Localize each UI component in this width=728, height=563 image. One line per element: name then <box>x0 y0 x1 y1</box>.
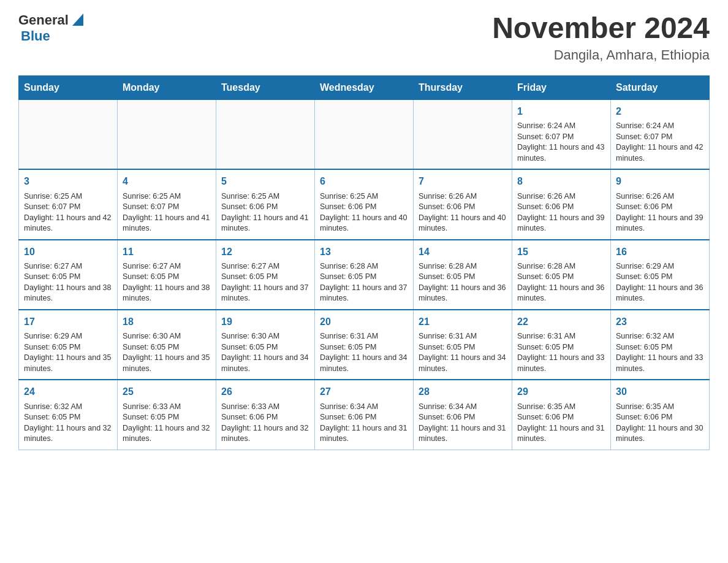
day-info: Sunrise: 6:28 AMSunset: 6:05 PMDaylight:… <box>320 261 408 304</box>
weekday-header-friday: Friday <box>512 75 611 99</box>
calendar-week-row-3: 10Sunrise: 6:27 AMSunset: 6:05 PMDayligh… <box>19 240 710 310</box>
day-number: 28 <box>419 385 507 399</box>
calendar-cell: 28Sunrise: 6:34 AMSunset: 6:06 PMDayligh… <box>414 380 512 450</box>
calendar-cell: 27Sunrise: 6:34 AMSunset: 6:06 PMDayligh… <box>315 380 414 450</box>
calendar-cell: 7Sunrise: 6:26 AMSunset: 6:06 PMDaylight… <box>414 169 512 239</box>
calendar-cell: 21Sunrise: 6:31 AMSunset: 6:05 PMDayligh… <box>414 310 512 380</box>
weekday-header-tuesday: Tuesday <box>216 75 315 99</box>
day-info: Sunrise: 6:26 AMSunset: 6:06 PMDaylight:… <box>517 191 605 234</box>
day-number: 1 <box>517 105 605 118</box>
calendar-cell: 15Sunrise: 6:28 AMSunset: 6:05 PMDayligh… <box>512 240 611 310</box>
calendar-cell: 16Sunrise: 6:29 AMSunset: 6:05 PMDayligh… <box>611 240 710 310</box>
day-number: 23 <box>616 315 704 329</box>
day-info: Sunrise: 6:31 AMSunset: 6:05 PMDaylight:… <box>419 331 507 374</box>
day-info: Sunrise: 6:32 AMSunset: 6:05 PMDaylight:… <box>24 402 112 445</box>
day-info: Sunrise: 6:27 AMSunset: 6:05 PMDaylight:… <box>123 261 211 304</box>
calendar-cell: 17Sunrise: 6:29 AMSunset: 6:05 PMDayligh… <box>19 310 118 380</box>
day-number: 9 <box>616 175 704 188</box>
day-info: Sunrise: 6:24 AMSunset: 6:07 PMDaylight:… <box>616 121 704 164</box>
day-number: 12 <box>221 245 309 259</box>
day-info: Sunrise: 6:27 AMSunset: 6:05 PMDaylight:… <box>24 261 112 304</box>
logo-triangle-icon <box>70 13 83 27</box>
logo-blue-text: Blue <box>21 28 50 44</box>
weekday-header-row: SundayMondayTuesdayWednesdayThursdayFrid… <box>19 75 710 99</box>
day-number: 30 <box>616 385 704 399</box>
calendar-cell: 10Sunrise: 6:27 AMSunset: 6:05 PMDayligh… <box>19 240 118 310</box>
calendar-cell: 19Sunrise: 6:30 AMSunset: 6:05 PMDayligh… <box>216 310 315 380</box>
day-info: Sunrise: 6:31 AMSunset: 6:05 PMDaylight:… <box>320 331 408 374</box>
calendar-cell <box>19 99 118 169</box>
calendar-cell: 14Sunrise: 6:28 AMSunset: 6:05 PMDayligh… <box>414 240 512 310</box>
calendar-cell: 22Sunrise: 6:31 AMSunset: 6:05 PMDayligh… <box>512 310 611 380</box>
day-info: Sunrise: 6:28 AMSunset: 6:05 PMDaylight:… <box>517 261 605 304</box>
day-number: 13 <box>320 245 408 259</box>
calendar-cell <box>216 99 315 169</box>
day-info: Sunrise: 6:27 AMSunset: 6:05 PMDaylight:… <box>221 261 309 304</box>
weekday-header-wednesday: Wednesday <box>315 75 414 99</box>
location-subtitle: Dangila, Amhara, Ethiopia <box>492 47 710 63</box>
page-header: General Blue November 2024 Dangila, Amha… <box>18 12 710 63</box>
calendar-cell: 8Sunrise: 6:26 AMSunset: 6:06 PMDaylight… <box>512 169 611 239</box>
calendar-table: SundayMondayTuesdayWednesdayThursdayFrid… <box>18 75 710 450</box>
day-info: Sunrise: 6:30 AMSunset: 6:05 PMDaylight:… <box>221 331 309 374</box>
day-info: Sunrise: 6:24 AMSunset: 6:07 PMDaylight:… <box>517 121 605 164</box>
day-number: 10 <box>24 245 112 259</box>
calendar-cell: 5Sunrise: 6:25 AMSunset: 6:06 PMDaylight… <box>216 169 315 239</box>
day-info: Sunrise: 6:35 AMSunset: 6:06 PMDaylight:… <box>616 402 704 445</box>
day-number: 5 <box>221 175 309 188</box>
calendar-cell: 1Sunrise: 6:24 AMSunset: 6:07 PMDaylight… <box>512 99 611 169</box>
day-number: 11 <box>123 245 211 259</box>
day-number: 21 <box>419 315 507 329</box>
day-info: Sunrise: 6:25 AMSunset: 6:07 PMDaylight:… <box>24 191 112 234</box>
calendar-cell: 6Sunrise: 6:25 AMSunset: 6:06 PMDaylight… <box>315 169 414 239</box>
calendar-cell: 25Sunrise: 6:33 AMSunset: 6:05 PMDayligh… <box>118 380 216 450</box>
day-number: 3 <box>24 175 112 188</box>
day-number: 15 <box>517 245 605 259</box>
calendar-cell: 26Sunrise: 6:33 AMSunset: 6:06 PMDayligh… <box>216 380 315 450</box>
day-number: 22 <box>517 315 605 329</box>
calendar-cell <box>315 99 414 169</box>
day-info: Sunrise: 6:25 AMSunset: 6:06 PMDaylight:… <box>320 191 408 234</box>
day-info: Sunrise: 6:25 AMSunset: 6:06 PMDaylight:… <box>221 191 309 234</box>
title-area: November 2024 Dangila, Amhara, Ethiopia <box>492 12 710 63</box>
calendar-cell: 4Sunrise: 6:25 AMSunset: 6:07 PMDaylight… <box>118 169 216 239</box>
day-number: 27 <box>320 385 408 399</box>
day-info: Sunrise: 6:30 AMSunset: 6:05 PMDaylight:… <box>123 331 211 374</box>
calendar-cell: 29Sunrise: 6:35 AMSunset: 6:06 PMDayligh… <box>512 380 611 450</box>
day-info: Sunrise: 6:31 AMSunset: 6:05 PMDaylight:… <box>517 331 605 374</box>
calendar-cell: 18Sunrise: 6:30 AMSunset: 6:05 PMDayligh… <box>118 310 216 380</box>
calendar-week-row-1: 1Sunrise: 6:24 AMSunset: 6:07 PMDaylight… <box>19 99 710 169</box>
day-info: Sunrise: 6:29 AMSunset: 6:05 PMDaylight:… <box>24 331 112 374</box>
day-number: 26 <box>221 385 309 399</box>
day-number: 16 <box>616 245 704 259</box>
day-number: 4 <box>123 175 211 188</box>
calendar-cell: 23Sunrise: 6:32 AMSunset: 6:05 PMDayligh… <box>611 310 710 380</box>
calendar-cell: 3Sunrise: 6:25 AMSunset: 6:07 PMDaylight… <box>19 169 118 239</box>
calendar-cell: 12Sunrise: 6:27 AMSunset: 6:05 PMDayligh… <box>216 240 315 310</box>
day-number: 8 <box>517 175 605 188</box>
day-info: Sunrise: 6:33 AMSunset: 6:06 PMDaylight:… <box>221 402 309 445</box>
calendar-week-row-4: 17Sunrise: 6:29 AMSunset: 6:05 PMDayligh… <box>19 310 710 380</box>
calendar-cell: 11Sunrise: 6:27 AMSunset: 6:05 PMDayligh… <box>118 240 216 310</box>
day-info: Sunrise: 6:33 AMSunset: 6:05 PMDaylight:… <box>123 402 211 445</box>
day-info: Sunrise: 6:34 AMSunset: 6:06 PMDaylight:… <box>419 402 507 445</box>
logo-general-text: General <box>18 12 69 28</box>
day-info: Sunrise: 6:32 AMSunset: 6:05 PMDaylight:… <box>616 331 704 374</box>
day-number: 2 <box>616 105 704 118</box>
day-info: Sunrise: 6:26 AMSunset: 6:06 PMDaylight:… <box>616 191 704 234</box>
day-number: 14 <box>419 245 507 259</box>
day-number: 18 <box>123 315 211 329</box>
day-info: Sunrise: 6:25 AMSunset: 6:07 PMDaylight:… <box>123 191 211 234</box>
calendar-cell: 13Sunrise: 6:28 AMSunset: 6:05 PMDayligh… <box>315 240 414 310</box>
calendar-cell: 2Sunrise: 6:24 AMSunset: 6:07 PMDaylight… <box>611 99 710 169</box>
calendar-cell: 9Sunrise: 6:26 AMSunset: 6:06 PMDaylight… <box>611 169 710 239</box>
day-number: 25 <box>123 385 211 399</box>
calendar-cell: 20Sunrise: 6:31 AMSunset: 6:05 PMDayligh… <box>315 310 414 380</box>
month-year-title: November 2024 <box>492 12 710 45</box>
weekday-header-monday: Monday <box>118 75 216 99</box>
day-number: 24 <box>24 385 112 399</box>
weekday-header-saturday: Saturday <box>611 75 710 99</box>
day-number: 29 <box>517 385 605 399</box>
svg-marker-0 <box>72 13 83 26</box>
calendar-cell: 24Sunrise: 6:32 AMSunset: 6:05 PMDayligh… <box>19 380 118 450</box>
